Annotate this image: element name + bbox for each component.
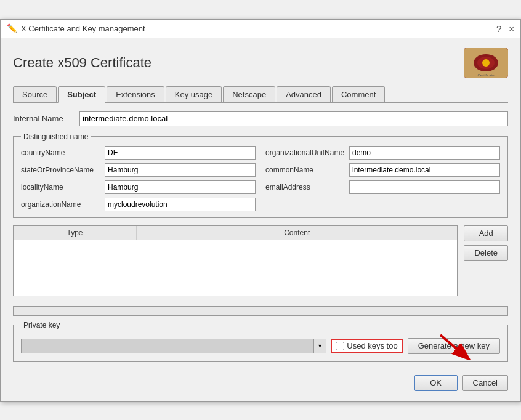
private-key-select[interactable] [21, 339, 326, 353]
country-name-label: countryName [21, 148, 101, 157]
window-title: X Certificate and Key management [21, 24, 145, 33]
title-bar: ✏️ X Certificate and Key management ? × [1, 20, 520, 38]
tab-extensions[interactable]: Extensions [107, 86, 164, 102]
window-controls: ? × [496, 23, 514, 34]
org-unit-label: organizationalUnitName [265, 148, 345, 157]
country-name-input[interactable] [105, 146, 256, 160]
table-header: Type Content [14, 226, 457, 240]
internal-name-label: Internal Name [13, 114, 75, 123]
used-keys-group: Used keys too [331, 339, 402, 353]
tab-source[interactable]: Source [13, 86, 57, 102]
private-key-fieldset: Private key ▾ Used keys too Generate a n… [13, 321, 508, 362]
tab-comment[interactable]: Comment [332, 86, 385, 102]
email-address-input[interactable] [349, 180, 500, 194]
generate-key-button[interactable]: Generate a new key [408, 338, 500, 354]
horizontal-scrollbar[interactable] [13, 306, 508, 316]
used-keys-checkbox[interactable] [336, 342, 344, 350]
org-unit-input[interactable] [349, 146, 500, 160]
cancel-button[interactable]: Cancel [462, 375, 508, 391]
main-window: ✏️ X Certificate and Key management ? × … [0, 19, 521, 402]
page-title-row: Create x509 Certificate Certificate [13, 48, 508, 78]
organization-name-row: organizationName [21, 198, 256, 211]
private-key-dropdown-wrapper: ▾ [21, 339, 326, 353]
private-key-row: ▾ Used keys too Generate a new key [21, 338, 500, 354]
internal-name-input[interactable] [79, 111, 508, 126]
tab-advanced[interactable]: Advanced [277, 86, 331, 102]
internal-name-field: Internal Name [13, 111, 508, 126]
state-province-row: stateOrProvinceName [21, 163, 256, 177]
email-address-label: emailAddress [265, 183, 345, 192]
private-key-legend: Private key [21, 321, 62, 329]
state-province-input[interactable] [105, 163, 256, 177]
type-content-area: Type Content Add Delete [13, 225, 508, 301]
table-body[interactable] [14, 240, 457, 296]
table-buttons: Add Delete [464, 225, 508, 301]
used-keys-label: Used keys too [347, 341, 397, 350]
common-name-row: commonName [265, 163, 500, 177]
svg-text:Certificate: Certificate [477, 73, 495, 77]
logo: Certificate [464, 48, 508, 78]
type-header: Type [14, 226, 137, 240]
distinguished-name-fieldset: Distinguished name countryName organizat… [13, 132, 508, 218]
locality-name-label: localityName [21, 183, 101, 192]
help-button[interactable]: ? [496, 23, 501, 34]
tab-subject[interactable]: Subject [58, 86, 105, 103]
locality-name-row: localityName [21, 180, 256, 194]
tab-netscape[interactable]: Netscape [223, 86, 275, 102]
tab-key-usage[interactable]: Key usage [166, 86, 222, 102]
tab-bar: Source Subject Extensions Key usage Nets… [13, 86, 508, 103]
add-button[interactable]: Add [464, 225, 508, 241]
window-body: Create x509 Certificate Certificate Sour… [1, 38, 520, 401]
ok-button[interactable]: OK [414, 375, 458, 391]
delete-button[interactable]: Delete [464, 245, 508, 261]
svg-point-3 [482, 59, 490, 67]
organization-name-label: organizationName [21, 200, 101, 209]
dn-grid: countryName organizationalUnitName state… [21, 146, 500, 211]
close-button[interactable]: × [509, 23, 514, 34]
common-name-label: commonName [265, 166, 345, 174]
bottom-buttons: OK Cancel [13, 371, 508, 391]
org-unit-row: organizationalUnitName [265, 146, 500, 160]
organization-name-input[interactable] [105, 198, 256, 211]
state-province-label: stateOrProvinceName [21, 166, 101, 174]
email-address-row: emailAddress [265, 180, 500, 194]
locality-name-input[interactable] [105, 180, 256, 194]
type-content-table: Type Content [13, 225, 458, 296]
distinguished-name-legend: Distinguished name [21, 132, 91, 141]
app-icon: ✏️ [7, 23, 17, 33]
country-name-row: countryName [21, 146, 256, 160]
content-header: Content [137, 226, 457, 240]
common-name-input[interactable] [349, 163, 500, 177]
title-bar-left: ✏️ X Certificate and Key management [7, 23, 145, 33]
page-title: Create x509 Certificate [13, 55, 151, 71]
